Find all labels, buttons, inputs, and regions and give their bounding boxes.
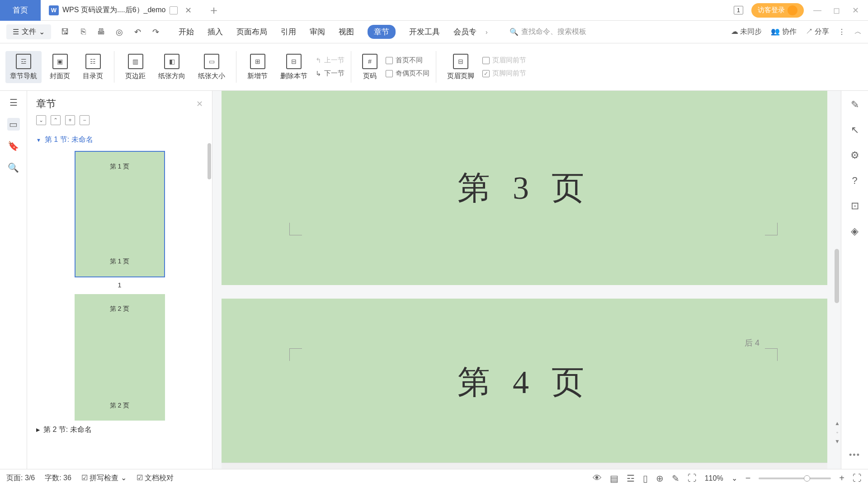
outline-view-icon[interactable]: ☲: [627, 473, 635, 484]
cover-page-button[interactable]: ▣ 封面页: [45, 51, 75, 83]
menu-start[interactable]: 开始: [179, 27, 194, 37]
scroll-up-icon[interactable]: ▲: [835, 420, 840, 426]
search-box[interactable]: 🔍 查找命令、搜索模板: [509, 27, 586, 37]
home-tab[interactable]: 首页: [0, 0, 41, 21]
qa-export-icon[interactable]: ⎘: [77, 26, 89, 38]
pencil-icon[interactable]: ✎: [851, 99, 859, 111]
thumbnail-2[interactable]: 第 2 页 第 2 页: [75, 294, 165, 421]
page-4[interactable]: 后 4 第 4 页: [222, 299, 827, 463]
add-icon[interactable]: +: [65, 115, 75, 125]
outline-icon[interactable]: ☰: [7, 96, 20, 109]
eye-icon[interactable]: 👁: [593, 473, 602, 483]
remove-icon[interactable]: −: [80, 115, 90, 125]
cursor-icon[interactable]: ↖: [851, 124, 859, 136]
new-tab-button[interactable]: ＋: [200, 2, 228, 18]
close-button[interactable]: ✕: [850, 5, 861, 15]
horizontal-scrollbar[interactable]: [222, 463, 827, 469]
share[interactable]: ↗ 分享: [806, 27, 829, 37]
thumbnail-1[interactable]: 第 1 页 第 1 页: [75, 151, 165, 277]
next-section-button[interactable]: ↳ 下一节: [316, 69, 344, 78]
read-view-icon[interactable]: ▯: [643, 473, 648, 484]
collapse-up-icon[interactable]: ⌃: [51, 115, 61, 125]
notification-badge[interactable]: 1: [734, 6, 743, 14]
qa-preview-icon[interactable]: ◎: [113, 26, 125, 38]
menu-view[interactable]: 视图: [339, 27, 354, 37]
menu-layout[interactable]: 页面布局: [236, 27, 267, 37]
monitor-icon[interactable]: [170, 6, 178, 14]
menu-member[interactable]: 会员专: [453, 27, 476, 37]
document-tab[interactable]: W WPS 页码设置为....后6）_demo ✕: [41, 0, 200, 21]
margin-corner-icon: [289, 348, 302, 361]
section-icon[interactable]: ▭: [7, 118, 20, 131]
section-2-title[interactable]: ▶ 第 2 节: 未命名: [36, 422, 203, 437]
cloud-sync[interactable]: ☁ 未同步: [731, 27, 762, 37]
prev-section-button: ↰ 上一节: [316, 56, 344, 65]
login-button[interactable]: 访客登录: [751, 3, 804, 18]
maximize-button[interactable]: ◻: [831, 5, 842, 15]
header-footer-button[interactable]: ⊟ 页眉页脚: [443, 51, 479, 83]
qa-undo-icon[interactable]: ↶: [132, 26, 143, 38]
tool-icon[interactable]: ⊡: [851, 200, 859, 212]
qa-redo-icon[interactable]: ↷: [150, 26, 161, 38]
qa-save-icon[interactable]: 🖫: [59, 26, 71, 38]
more-options-icon[interactable]: ⋮: [838, 28, 845, 36]
minimize-button[interactable]: —: [812, 5, 823, 15]
canvas-inner[interactable]: 第 3 页 后 4 第 4 页: [222, 91, 827, 463]
menu-references[interactable]: 引用: [281, 27, 296, 37]
ribbon: ☲ 章节导航 ▣ 封面页 ☷ 目录页 ▥ 页边距 ◧ 纸张方向 ▭ 纸张大小 ⊞…: [0, 43, 868, 91]
diamond-icon[interactable]: ◈: [851, 225, 859, 237]
scroll-dot-icon[interactable]: ◦: [836, 429, 838, 435]
zoom-knob[interactable]: [804, 475, 810, 482]
zoom-slider[interactable]: [759, 478, 831, 479]
chevron-down-icon[interactable]: ⌄: [731, 474, 737, 482]
fullscreen-icon[interactable]: ⛶: [853, 473, 862, 483]
zoom-value[interactable]: 110%: [705, 474, 723, 482]
nav-title: 章节: [36, 97, 56, 111]
zoom-out-button[interactable]: −: [745, 473, 751, 483]
scroll-down-icon[interactable]: ▼: [835, 438, 840, 445]
web-view-icon[interactable]: ⊕: [656, 473, 664, 484]
proofread-button[interactable]: ☑ 文档校对: [137, 473, 174, 483]
collapse-ribbon-icon[interactable]: ︿: [854, 27, 862, 37]
zoom-in-button[interactable]: +: [839, 473, 844, 483]
nav-scrollbar-thumb[interactable]: [208, 143, 211, 179]
toc-button[interactable]: ☷ 目录页: [78, 51, 108, 83]
vscroll-thumb[interactable]: [835, 249, 839, 303]
page-view-icon[interactable]: ▤: [610, 473, 618, 484]
page-3[interactable]: 第 3 页: [222, 91, 827, 285]
word-count[interactable]: 字数: 36: [45, 473, 71, 483]
settings-icon[interactable]: ⚙: [850, 150, 859, 161]
margin-button[interactable]: ▥ 页边距: [121, 51, 150, 83]
help-icon[interactable]: ?: [852, 175, 857, 187]
section-1-title[interactable]: ▼ 第 1 节: 未命名: [36, 132, 203, 147]
page-number-button[interactable]: # 页码: [358, 51, 382, 83]
qa-print-icon[interactable]: 🖶: [95, 26, 107, 38]
more-icon[interactable]: •••: [849, 450, 860, 460]
menu-section[interactable]: 章节: [368, 25, 396, 39]
page-status[interactable]: 页面: 3/6: [6, 473, 35, 483]
menubar-right: ☁ 未同步 👥 协作 ↗ 分享 ⋮ ︿: [731, 27, 862, 37]
statusbar-right: 👁 ▤ ☲ ▯ ⊕ ✎ ⛶ 110% ⌄ − + ⛶: [593, 473, 862, 484]
search-rail-icon[interactable]: 🔍: [7, 161, 20, 174]
nav-close-icon[interactable]: ✕: [196, 99, 203, 109]
collaborate[interactable]: 👥 协作: [771, 27, 796, 37]
menu-devtools[interactable]: 开发工具: [409, 27, 440, 37]
first-page-diff-checkbox[interactable]: 首页不同: [386, 56, 429, 65]
section-nav-button[interactable]: ☲ 章节导航: [5, 51, 42, 83]
spellcheck-toggle[interactable]: ☑ 拼写检查 ⌄: [81, 473, 127, 483]
odd-even-diff-checkbox[interactable]: 奇偶页不同: [386, 69, 429, 78]
highlight-icon[interactable]: ✎: [672, 473, 679, 484]
more-menus-icon[interactable]: ›: [486, 28, 488, 36]
new-section-button[interactable]: ⊞ 新增节: [243, 51, 272, 83]
menu-review[interactable]: 审阅: [310, 27, 325, 37]
tab-close-icon[interactable]: ✕: [185, 5, 192, 15]
expand-down-icon[interactable]: ⌄: [36, 115, 46, 125]
delete-section-button[interactable]: ⊟ 删除本节: [276, 51, 312, 83]
menu-insert[interactable]: 插入: [208, 27, 223, 37]
vertical-scrollbar[interactable]: ▲ ◦ ▼: [833, 91, 840, 463]
orientation-button[interactable]: ◧ 纸张方向: [154, 51, 190, 83]
bookmark-icon[interactable]: 🔖: [7, 140, 20, 152]
file-menu[interactable]: ☰ 文件 ⌄: [6, 24, 51, 39]
paper-size-button[interactable]: ▭ 纸张大小: [193, 51, 230, 83]
fit-icon[interactable]: ⛶: [688, 473, 697, 483]
